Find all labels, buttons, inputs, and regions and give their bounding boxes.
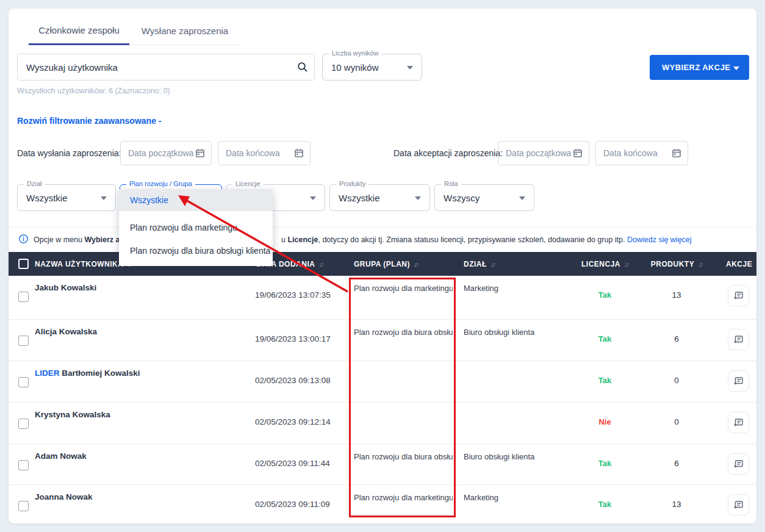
tab-bar: Członkowie zespołu Wysłane zaproszenia (29, 17, 240, 45)
department: Marketing (464, 493, 567, 502)
tab-team-members[interactable]: Członkowie zespołu (29, 17, 129, 45)
sort-icon: ↓↑ (624, 261, 628, 268)
col-header-group-plan[interactable]: GRUPA (PLAN) ↓↑ (354, 252, 418, 276)
licenses-filter-label: Licencje (232, 180, 263, 187)
department: Biuro obsługi klienta (464, 452, 567, 461)
row-checkbox[interactable] (18, 460, 29, 470)
user-name: Krystyna Kowalska (35, 410, 110, 419)
col-label: AKCJE (726, 260, 752, 268)
open-user-card-button[interactable] (728, 370, 749, 392)
calendar-icon[interactable] (672, 148, 681, 158)
col-header-actions: AKCJE (726, 252, 752, 276)
info-rest: , dotyczy do akcji tj. Zmiana statusu li… (318, 235, 627, 244)
col-header-products[interactable]: PRODUKTY ↓↑ (646, 252, 707, 276)
table-body: Jakub Kowalski 19/06/2023 13:07:35 Plan … (9, 276, 756, 520)
sent-date-end-input[interactable] (226, 148, 294, 158)
user-name-text: Joanna Nowak (35, 492, 93, 501)
chevron-down-icon (733, 66, 739, 70)
license-status: Tak (576, 290, 634, 300)
tab-sent-invitations[interactable]: Wysłane zaproszenia (129, 17, 240, 45)
license-status: Tak (576, 459, 634, 468)
user-name: Joanna Nowak (35, 492, 93, 501)
open-user-card-button[interactable] (728, 453, 749, 475)
user-name: LIDER Bartłomiej Kowalski (35, 368, 140, 378)
role-filter[interactable]: Rola Wszyscy (434, 184, 534, 211)
table-row: Jakub Kowalski 19/06/2023 13:07:35 Plan … (9, 276, 756, 319)
accept-date-start (498, 141, 589, 165)
col-label: DZIAŁ (464, 260, 487, 268)
sent-date-start-input[interactable] (128, 148, 195, 158)
info-keyword: Licencje (287, 235, 318, 244)
row-checkbox[interactable] (18, 501, 29, 511)
user-name: Alicja Kowalska (35, 327, 97, 336)
search-icon[interactable] (291, 62, 314, 73)
license-status: Nie (576, 417, 634, 426)
col-label: PRODUKTY (651, 260, 694, 268)
sent-date-end (218, 141, 311, 165)
dropdown-option-all[interactable]: Wszystkie (119, 189, 273, 211)
user-name: Adam Nowak (35, 451, 87, 461)
calendar-icon[interactable] (294, 148, 304, 158)
sort-icon: ↓↑ (318, 261, 323, 268)
dropdown-option-marketing-plan[interactable]: Plan rozwoju dla marketingu (119, 216, 273, 239)
chevron-down-icon (415, 196, 421, 200)
calendar-icon[interactable] (573, 148, 583, 158)
license-status: Tak (576, 500, 634, 509)
date-added: 02/05/2023 09:11:09 (255, 500, 330, 509)
department: Marketing (464, 284, 567, 293)
products-filter-value: Wszystkie (339, 185, 380, 210)
sort-icon: ↓↑ (490, 261, 495, 268)
sort-icon: ↓↑ (698, 261, 702, 268)
open-user-card-button[interactable] (728, 329, 749, 350)
open-user-card-button[interactable] (728, 412, 749, 433)
department-filter[interactable]: Dział Wszystkie (17, 184, 116, 211)
products-filter[interactable]: Produkty Wszystkie (329, 184, 430, 211)
table-row: Alicja Kowalska 19/06/2023 13:00:17 Plan… (9, 319, 756, 361)
products-count: 13 (646, 290, 707, 300)
search-input[interactable] (18, 62, 291, 73)
row-checkbox[interactable] (18, 292, 29, 302)
col-label: GRUPA (PLAN) (354, 260, 410, 268)
sort-icon: ↓↑ (414, 261, 418, 268)
info-icon (19, 234, 28, 246)
info-text-right: u Licencje, dotyczy do akcji tj. Zmiana … (281, 235, 692, 244)
license-status: Tak (576, 376, 634, 385)
department-filter-value: Wszystkie (26, 185, 68, 210)
open-user-card-button[interactable] (728, 494, 749, 516)
accept-date-end (595, 141, 688, 165)
accept-date-end-input[interactable] (603, 148, 672, 158)
calendar-icon[interactable] (195, 148, 205, 158)
dropdown-option-customer-service-plan[interactable]: Plan rozwoju dla biura obsługi klienta (119, 239, 273, 262)
products-count: 6 (646, 459, 707, 468)
col-header-name[interactable]: NAZWA UŻYTKOWNIKA ↓↑ (35, 252, 131, 276)
row-checkbox[interactable] (18, 419, 29, 429)
row-checkbox[interactable] (18, 377, 29, 387)
products-count: 6 (646, 334, 707, 343)
plan-group-dropdown-menu: Wszystkie Plan rozwoju dla marketingu Pl… (119, 189, 273, 266)
group-plan: Plan rozwoju dla biura obsług... (354, 328, 453, 337)
date-added: 02/05/2023 09:11:44 (255, 459, 330, 468)
sent-date-label: Data wysłania zaproszenia: (17, 141, 121, 165)
user-name-text: Bartłomiej Kowalski (62, 368, 140, 378)
col-label: NAZWA UŻYTKOWNIKA (35, 260, 123, 268)
results-per-page-select[interactable]: Liczba wyników 10 wyników (322, 54, 422, 81)
info-right-lead: u (281, 235, 287, 244)
row-checkbox[interactable] (18, 336, 29, 346)
open-user-card-button[interactable] (728, 285, 749, 306)
select-all-checkbox[interactable] (18, 259, 29, 269)
col-header-department[interactable]: DZIAŁ ↓↑ (464, 252, 495, 276)
results-select-value: 10 wyników (331, 54, 379, 80)
date-added: 19/06/2023 13:00:17 (255, 334, 331, 343)
users-summary: Wszystkich użytkowników: 6 (Zaznaczono: … (17, 87, 170, 95)
products-count: 0 (646, 417, 707, 426)
choose-actions-button[interactable]: WYBIERZ AKCJE (650, 55, 749, 80)
col-label: LICENCJA (581, 260, 620, 268)
group-plan: Plan rozwoju dla marketingu (354, 284, 453, 293)
learn-more-link[interactable]: Dowiedz się więcej (627, 235, 692, 244)
col-header-license[interactable]: LICENCJA ↓↑ (576, 252, 634, 276)
user-name-text: Krystyna Kowalska (35, 410, 110, 419)
date-added: 02/05/2023 09:13:08 (255, 376, 331, 385)
accept-date-start-input[interactable] (506, 148, 573, 158)
choose-actions-label: WYBIERZ AKCJE (662, 63, 730, 72)
advanced-filter-toggle[interactable]: Rozwiń filtrowanie zaawansowane - (17, 116, 161, 126)
